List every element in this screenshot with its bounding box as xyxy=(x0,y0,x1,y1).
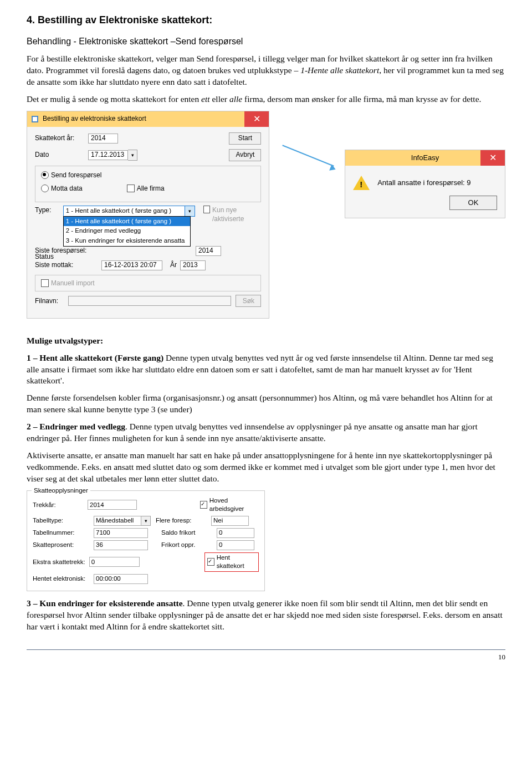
label-tabelltype: Tabelltype: xyxy=(33,516,94,525)
dialog2-title: InfoEasy xyxy=(411,153,439,163)
label-ar: År xyxy=(162,260,180,269)
ok-button[interactable]: OK xyxy=(449,196,497,210)
input-siste-m[interactable]: 16-12-2013 20:07 xyxy=(101,260,162,270)
chk-kun-nye xyxy=(203,206,210,213)
start-button[interactable]: Start xyxy=(229,132,261,145)
opt2-paragraph2: Aktiviserte ansatte, er ansatte man manu… xyxy=(27,450,505,485)
dialog-titlebar: Bestilling av elektroniske skattekort ✕ xyxy=(27,111,269,127)
type-dropdown[interactable]: 1 - Hent alle skattekort ( første gang )… xyxy=(63,206,195,217)
label-send: Send forespørsel xyxy=(51,171,101,180)
input-year3[interactable]: 2013 xyxy=(180,260,206,270)
input-year[interactable]: 2014 xyxy=(88,134,118,144)
chk-manuell xyxy=(41,279,49,287)
label-saldo: Saldo frikort xyxy=(161,529,217,537)
warning-icon xyxy=(353,176,370,190)
chevron-down-icon[interactable]: ▾ xyxy=(185,206,195,217)
label-trekkaar: Trekkår: xyxy=(33,501,88,510)
avbryt-button[interactable]: Avbryt xyxy=(229,149,261,161)
field-tabelltype[interactable]: Månedstabell xyxy=(94,516,141,526)
svg-rect-1 xyxy=(33,117,37,121)
sok-button: Søk xyxy=(236,295,261,307)
field-frikort-oppr[interactable]: 0 xyxy=(217,540,254,550)
chk-hent-skattekort-wrap: Hent skattekort xyxy=(204,552,259,572)
section-heading: 4. Bestilling av Elektroniske skattekort… xyxy=(27,13,505,27)
panel-skatteopplysninger: Skatteopplysninger Trekkår: 2014 Hoved a… xyxy=(27,490,265,591)
label-alle-firma: Alle firma xyxy=(137,184,165,193)
text-italic: 1-Hente alle skattekort xyxy=(300,65,379,75)
field-trekkaar[interactable]: 2014 xyxy=(88,500,137,510)
radio-send[interactable] xyxy=(41,171,49,179)
opt1-paragraph2: Denne første forsendelsen kobler firma (… xyxy=(27,392,505,416)
label-siste-m: Siste mottak: xyxy=(35,260,101,269)
group-radio: Send forespørsel Motta data Alle firma xyxy=(35,166,261,202)
opt2-paragraph: 2 – Endringer med vedlegg. Denne typen u… xyxy=(27,421,505,444)
label-kun-nye: Kun nye /aktiviserte xyxy=(212,206,261,223)
label-flere: Flere foresp: xyxy=(156,516,211,525)
app-icon xyxy=(30,115,39,124)
label-year: Skattekort år: xyxy=(35,134,88,142)
field-ekstra[interactable]: 0 xyxy=(89,557,140,567)
label-ekstra: Ekstra skattetrekk: xyxy=(33,558,89,567)
dd-selected[interactable]: 1 - Hent alle skattekort ( første gang ) xyxy=(63,206,185,217)
label-tabellnummer: Tabellnummer: xyxy=(33,529,94,537)
panel-legend: Skatteopplysninger xyxy=(32,486,90,495)
label-siste-f: Siste forespørsel: xyxy=(35,246,101,255)
radio-motta[interactable] xyxy=(41,185,49,192)
label-skatteprosent: Skatteprosent: xyxy=(33,541,94,550)
dd-item-1[interactable]: 1 - Hent alle skattekort ( første gang ) xyxy=(64,217,190,227)
chk-hoved[interactable] xyxy=(200,501,207,509)
label-hent: Hent skattekort xyxy=(217,554,256,571)
opt3-paragraph: 3 – Kun endringer for eksisterende ansat… xyxy=(27,598,505,633)
dd-item-3[interactable]: 3 - Kun endringer for eksisterende ansat… xyxy=(64,236,190,246)
field-tabellnummer[interactable]: 7100 xyxy=(94,528,148,538)
chk-alle-firma[interactable] xyxy=(127,185,135,192)
dd-item-2[interactable]: 2 - Endringer med vedlegg xyxy=(64,226,190,236)
close-icon: ✕ xyxy=(253,113,260,125)
label-hentet: Hentet elektronisk: xyxy=(33,575,94,583)
close-button[interactable]: ✕ xyxy=(480,150,505,166)
dialog2-titlebar: InfoEasy ✕ xyxy=(345,150,505,166)
text: eller xyxy=(210,94,229,104)
date-dropdown-arrow[interactable]: ▾ xyxy=(128,150,137,161)
input-year2[interactable]: 2014 xyxy=(196,246,221,256)
chevron-down-icon[interactable]: ▾ xyxy=(141,516,151,526)
field-flere[interactable]: Nei xyxy=(211,516,249,526)
paragraph-1: For å bestille elektroniske skattekort, … xyxy=(27,53,505,88)
input-filnavn xyxy=(68,296,231,306)
dialog-bestilling: Bestilling av elektroniske skattekort ✕ … xyxy=(27,111,269,319)
label-date: Dato xyxy=(35,150,88,159)
dd-list: 1 - Hent alle skattekort ( første gang )… xyxy=(63,216,191,247)
text: Det er mulig å sende og motta skattekort… xyxy=(27,94,201,104)
label-filnavn: Filnavn: xyxy=(35,296,68,305)
opt3-label: 3 – Kun endringer for eksisterende ansat… xyxy=(27,598,183,608)
opt1-paragraph: 1 – Hent alle skattekort (Første gang) D… xyxy=(27,352,505,387)
opt2-label: 2 – Endringer med vedlegg xyxy=(27,422,125,431)
section-subtitle: Behandling - Elektroniske skattekort –Se… xyxy=(27,35,505,48)
dialog-title: Bestilling av elektroniske skattekort xyxy=(43,114,146,123)
text-italic: ett xyxy=(201,94,210,104)
text-italic: alle xyxy=(229,94,242,104)
field-saldo[interactable]: 0 xyxy=(217,528,254,538)
chk-hent-skattekort[interactable] xyxy=(207,558,214,566)
page-number: 10 xyxy=(27,650,505,662)
label-type: Type: xyxy=(35,206,63,214)
field-hentet[interactable]: 00:00:00 xyxy=(94,574,148,584)
text: firma, dersom man ønsker for alle firma,… xyxy=(242,94,481,104)
label-frikort-oppr: Frikort oppr. xyxy=(161,541,217,550)
paragraph-2: Det er mulig å sende og motta skattekort… xyxy=(27,94,505,105)
opt1-label: 1 – Hent alle skattekort (Første gang) xyxy=(27,353,163,362)
dialog-infoeasy: InfoEasy ✕ Antall ansatte i forespørsel:… xyxy=(345,150,505,218)
mulige-heading: Mulige utvalgstyper: xyxy=(27,335,505,347)
label-motta: Motta data xyxy=(51,184,83,193)
label-hoved: Hoved arbeidsgiver xyxy=(209,496,259,514)
dialog2-message: Antall ansatte i forespørsel: 9 xyxy=(377,178,470,188)
close-icon: ✕ xyxy=(489,152,497,164)
label-manuell: Manuell import xyxy=(51,279,95,287)
input-date[interactable]: 17.12.2013 xyxy=(88,150,128,160)
field-skatteprosent[interactable]: 36 xyxy=(94,540,148,550)
close-button[interactable]: ✕ xyxy=(244,111,269,127)
